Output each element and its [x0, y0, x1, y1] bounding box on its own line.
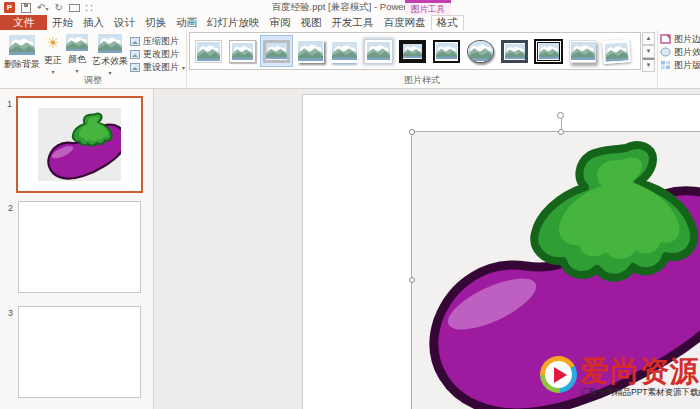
slide-number: 3 — [8, 308, 13, 318]
color-icon — [66, 34, 88, 51]
picture-border-button[interactable]: 图片边框 — [660, 33, 700, 45]
chevron-down-icon: ▾ — [182, 64, 185, 71]
color-button[interactable]: 颜色 ▾ — [64, 32, 90, 75]
tab-home[interactable]: 开始 — [47, 15, 78, 30]
picture-styles-gallery — [189, 32, 641, 70]
tab-format[interactable]: 格式 — [431, 15, 464, 30]
picture-layout-button[interactable]: 图片版式 — [660, 59, 700, 71]
tab-file[interactable]: 文件 — [0, 15, 47, 30]
gallery-scroll-up-icon[interactable]: ▲ — [642, 32, 655, 45]
picture-style-option[interactable] — [192, 35, 225, 67]
tab-design[interactable]: 设计 — [109, 15, 140, 30]
slide-number: 1 — [7, 99, 12, 109]
picture-effects-icon — [660, 47, 671, 57]
slide-thumbnail-panel: 1 2 3 — [0, 89, 154, 409]
picture-style-option[interactable] — [430, 35, 463, 67]
picture-border-icon — [660, 34, 671, 44]
tab-animations[interactable]: 动画 — [171, 15, 202, 30]
powerpoint-logo-icon[interactable]: P — [4, 2, 15, 13]
save-icon[interactable] — [21, 3, 31, 13]
title-bar: P ↶▾ ↻ ⸬ 百度经验.ppt [兼容模式] - PowerPoint 图片… — [0, 0, 700, 15]
artistic-effects-button[interactable]: 艺术效果 ▾ — [90, 32, 130, 75]
tab-insert[interactable]: 插入 — [78, 15, 109, 30]
ribbon: 删除背景 ☀ 更正 ▾ 颜色 ▾ 艺术效果 ▾ 压缩图片 — [0, 30, 700, 89]
watermark: 爱尚资源网 汇聚全网精品PPT素材资源下载的网站 — [540, 356, 700, 399]
picture-style-option[interactable] — [362, 35, 395, 67]
context-header-label: 图片工具 — [405, 3, 451, 15]
slide-thumbnail-1[interactable] — [16, 96, 143, 193]
rotation-handle[interactable] — [557, 112, 564, 119]
adjust-group-label: 调整 — [0, 74, 186, 87]
picture-style-option[interactable] — [600, 35, 633, 67]
undo-icon[interactable]: ↶▾ — [37, 3, 48, 13]
picture-styles-group: ▲ ▼ ▼ 图片样式 — [186, 30, 657, 88]
tab-view[interactable]: 视图 — [296, 15, 327, 30]
picture-style-option[interactable] — [396, 35, 429, 67]
picture-style-option-selected[interactable] — [260, 35, 293, 67]
picture-style-option[interactable] — [532, 35, 565, 67]
remove-background-button[interactable]: 删除背景 — [2, 32, 42, 75]
picture-style-option[interactable] — [294, 35, 327, 67]
picture-styles-group-label: 图片样式 — [187, 74, 657, 87]
picture-tools-context-header: 图片工具 — [405, 0, 451, 15]
picture-layout-icon — [660, 60, 671, 70]
resize-handle-middle-left[interactable] — [409, 277, 415, 283]
slide1-picture — [38, 108, 121, 181]
tab-baidu-netdisk[interactable]: 百度网盘 — [379, 15, 431, 30]
redo-icon[interactable]: ↻ — [54, 3, 62, 13]
tab-transitions[interactable]: 切换 — [140, 15, 171, 30]
tab-developer[interactable]: 开发工具 — [327, 15, 379, 30]
corrections-icon: ☀ — [46, 34, 59, 52]
resize-handle-top-left[interactable] — [409, 129, 415, 135]
slide-thumbnail-2[interactable] — [18, 201, 141, 293]
compress-pictures-button[interactable]: 压缩图片 — [130, 35, 185, 47]
gallery-scroll-down-icon[interactable]: ▼ — [642, 45, 655, 58]
tab-review[interactable]: 审阅 — [265, 15, 296, 30]
picture-style-option[interactable] — [498, 35, 531, 67]
watermark-tagline: 汇聚全网精品PPT素材资源下载的网站 — [580, 387, 700, 399]
customize-qat-icon[interactable]: ⸬ — [86, 3, 93, 13]
rotation-stem — [561, 119, 562, 129]
tab-slideshow[interactable]: 幻灯片放映 — [202, 15, 265, 30]
change-picture-button[interactable]: 更改图片 — [130, 48, 185, 60]
picture-styles-buttons: 图片边框 图片效果 图片版式 — [657, 30, 700, 88]
reset-picture-button[interactable]: 重设图片 ▾ — [130, 61, 185, 73]
start-slideshow-icon[interactable] — [69, 4, 80, 12]
chevron-down-icon: ▾ — [75, 67, 78, 73]
gallery-scroll-controls: ▲ ▼ ▼ — [642, 32, 655, 70]
quick-access-toolbar: P ↶▾ ↻ ⸬ — [0, 0, 92, 15]
compress-pictures-icon — [130, 37, 140, 46]
picture-style-option[interactable] — [328, 35, 361, 67]
picture-style-option[interactable] — [464, 35, 497, 67]
change-picture-icon — [130, 50, 140, 59]
picture-style-option[interactable] — [226, 35, 259, 67]
ribbon-tab-bar: 文件 开始 插入 设计 切换 动画 幻灯片放映 审阅 视图 开发工具 百度网盘 … — [0, 15, 700, 30]
watermark-title: 爱尚资源网 — [580, 356, 700, 386]
corrections-button[interactable]: ☀ 更正 ▾ — [42, 32, 64, 75]
watermark-play-logo-icon — [540, 356, 577, 393]
resize-handle-top-center[interactable] — [558, 129, 564, 135]
document-title: 百度经验.ppt [兼容模式] - PowerPoint — [0, 1, 700, 14]
slide-number: 2 — [8, 203, 13, 213]
adjust-group: 删除背景 ☀ 更正 ▾ 颜色 ▾ 艺术效果 ▾ 压缩图片 — [0, 30, 186, 88]
slide-thumbnail-3[interactable] — [18, 306, 141, 398]
picture-effects-button[interactable]: 图片效果 — [660, 46, 700, 58]
picture-style-option[interactable] — [566, 35, 599, 67]
gallery-more-icon[interactable]: ▼ — [642, 58, 655, 72]
remove-background-icon — [9, 34, 35, 56]
reset-picture-icon — [130, 63, 140, 72]
artistic-effects-icon — [98, 34, 122, 53]
